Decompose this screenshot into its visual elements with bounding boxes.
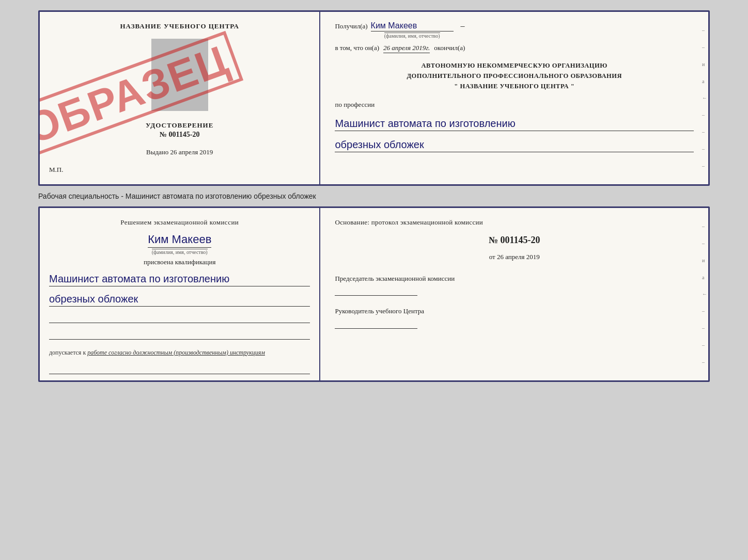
mp-label: М.П.	[49, 166, 63, 174]
recipient-name: Ким Макеев	[371, 21, 454, 31]
prisvoyena-label: присвоена квалификация	[49, 258, 310, 266]
fio-sub-top: (фамилия, имя, отчество)	[384, 33, 440, 39]
blank-line-3	[49, 364, 310, 374]
blank-line-1	[49, 313, 310, 323]
org-block: АВТОНОМНУЮ НЕКОММЕРЧЕСКУЮ ОРГАНИЗАЦИЮ ДО…	[335, 60, 694, 91]
blank-line-2	[49, 329, 310, 340]
okonchil-label: окончил(а)	[434, 44, 465, 52]
org-line2: ДОПОЛНИТЕЛЬНОГО ПРОФЕССИОНАЛЬНОГО ОБРАЗО…	[335, 71, 694, 81]
org-line3: " НАЗВАНИЕ УЧЕБНОГО ЦЕНТРА "	[335, 81, 694, 91]
vtom-line: в том, что он(а) 26 апреля 2019г. окончи…	[335, 44, 694, 53]
chairman-label: Председатель экзаменационной комиссии	[335, 274, 694, 284]
protocol-number: № 001145-20	[335, 235, 694, 246]
resheniem-label: Решением экзаменационной комиссии	[120, 218, 239, 226]
rukvoditel-label: Руководитель учебного Центра	[335, 306, 694, 316]
resheniem-text: Решением экзаменационной комиссии	[49, 217, 310, 228]
udostoverenie-label: УДОСТОВЕРЕНИЕ	[146, 121, 213, 130]
osnovaniye-text: Основание: протокол экзаменационной коми…	[335, 217, 694, 228]
right-edge-decoration: – – и а ← – – – –	[702, 12, 707, 184]
top-cert-number: № 001145-20	[146, 131, 213, 139]
dopuskaetsya-italic: работе согласно должностным (производств…	[87, 349, 265, 356]
profession-line2: обрезных обложек	[335, 137, 694, 152]
cert-bottom-left: Решением экзаменационной комиссии Ким Ма…	[40, 208, 320, 380]
protocol-date-value: 26 апреля 2019	[497, 253, 540, 261]
dopuskaetsya-label: допускается к	[49, 349, 86, 356]
udostoverenie-block: УДОСТОВЕРЕНИЕ № 001145-20	[146, 121, 213, 139]
qualification-line2: обрезных обложек	[49, 292, 310, 307]
ot-label: от	[489, 253, 495, 261]
completion-date: 26 апреля 2019г.	[383, 44, 430, 53]
photo-placeholder	[151, 39, 208, 111]
vydano-line: Выдано 26 апреля 2019	[146, 148, 213, 156]
po-professii-label: по профессии	[335, 101, 694, 109]
bottom-name: Ким Макеев	[148, 233, 211, 248]
cert-bottom-right: Основание: протокол экзаменационной коми…	[320, 208, 708, 380]
specialty-text: Рабочая специальность - Машинист автомат…	[38, 191, 710, 201]
vtom-label: в том, что он(а)	[335, 44, 379, 52]
qualification-line1: Машинист автомата по изготовлению	[49, 271, 310, 286]
cert-left: НАЗВАНИЕ УЧЕБНОГО ЦЕНТРА УДОСТОВЕРЕНИЕ №…	[40, 12, 320, 184]
org-line1: АВТОНОМНУЮ НЕКОММЕРЧЕСКУЮ ОРГАНИЗАЦИЮ	[335, 60, 694, 71]
profession-line1: Машинист автомата по изготовлению	[335, 116, 694, 131]
rukvoditel-block: Руководитель учебного Центра	[335, 306, 694, 329]
obrazec-text: ОБРАЗЕЦ	[40, 31, 244, 158]
vydano-date: 26 апреля 2019	[170, 148, 213, 156]
vydano-label: Выдано	[146, 148, 168, 156]
fio-sub-bottom: (фамилия, имя, отчество)	[152, 249, 208, 255]
top-left-title: НАЗВАНИЕ УЧЕБНОГО ЦЕНТРА	[120, 22, 239, 30]
rukvoditel-signature-line	[335, 318, 417, 329]
chairman-block: Председатель экзаменационной комиссии	[335, 274, 694, 296]
cert-right: Получил(а) Ким Макеев (фамилия, имя, отч…	[320, 12, 708, 184]
certificate-bottom: Решением экзаменационной комиссии Ким Ма…	[38, 206, 710, 382]
chairman-signature-line	[335, 285, 417, 296]
poluchil-line: Получил(а) Ким Макеев (фамилия, имя, отч…	[335, 21, 694, 39]
certificate-top: НАЗВАНИЕ УЧЕБНОГО ЦЕНТРА УДОСТОВЕРЕНИЕ №…	[38, 10, 710, 186]
protocol-date: от 26 апреля 2019	[335, 253, 694, 261]
poluchil-label: Получил(а)	[335, 22, 367, 30]
document-wrapper: НАЗВАНИЕ УЧЕБНОГО ЦЕНТРА УДОСТОВЕРЕНИЕ №…	[38, 10, 710, 382]
bottom-right-edge-decoration: – – и а ← – – – –	[702, 208, 707, 380]
dopuskaetsya-block: допускается к работе согласно должностны…	[49, 349, 310, 357]
